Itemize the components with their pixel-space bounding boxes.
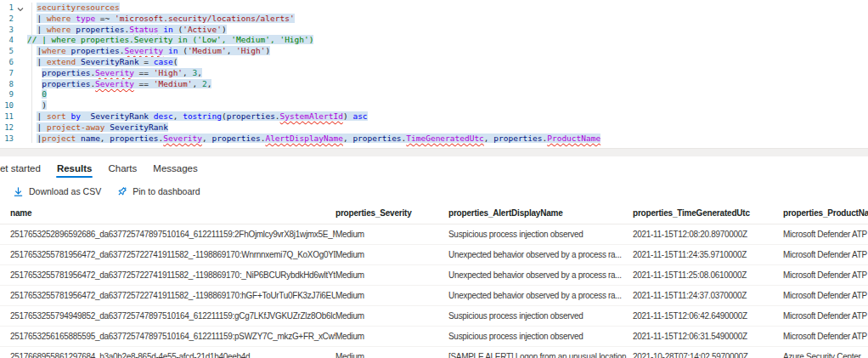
table-row[interactable]: 2517653255781956472_da637725722741911582… [0,245,868,265]
code-line[interactable]: 8 properties.Severity == 'Medium', 2, [0,79,868,90]
selection-highlight: | sort by SeverityRank desc, tostring(pr… [37,111,367,121]
results-table-header: nameproperties_Severityproperties_AlertD… [0,202,868,224]
selection-highlight: | where properties.Status in ('Active') [37,25,226,34]
table-cell: Medium [335,332,448,341]
code-token: == [134,68,154,77]
table-row[interactable]: 2517653255794949852_da637725747897510164… [0,306,868,327]
code-token: properties [493,134,542,143]
results-toolbar: Download as CSV Pin to dashboard [0,180,868,202]
table-row[interactable]: 2517653255781956472_da637725722741911582… [0,286,868,306]
column-header-properties_severity[interactable]: properties_Severity [335,208,448,218]
editor-results-splitter[interactable] [0,148,868,156]
code-token: desc [154,111,173,121]
tab-results[interactable]: Results [57,160,93,180]
code-token: , [484,134,493,143]
download-icon [13,186,24,197]
code-token: project-away [47,122,105,132]
table-row[interactable]: 2517653255781956472_da637725722741911582… [0,265,868,286]
column-header-properties_productname[interactable]: properties_ProductName [783,208,868,218]
table-cell: Unexpected behavior observed by a proces… [448,270,633,280]
line-number: 9 [0,89,14,100]
code-token: , [173,111,183,121]
code-line[interactable]: 5 |where properties.Severity in ('Medium… [0,46,868,57]
code-line[interactable]: 2 | where type =~ 'microsoft.security/lo… [0,14,868,25]
table-cell: 2517653255794949852_da637725747897510164… [0,311,335,321]
column-header-properties_alertdisplayname[interactable]: properties_AlertDisplayName [448,208,633,218]
table-cell: Unexpected behavior observed by a proces… [448,291,633,300]
code-token: ProductName [547,134,600,143]
line-number: 2 [0,14,14,25]
code-token: where [42,46,66,55]
selection-highlight: | project-away SeverityRank [37,122,167,132]
table-cell: Microsoft Defender ATP [783,332,868,341]
code-token: asc [352,111,367,121]
pin-to-dashboard-button[interactable]: Pin to dashboard [116,186,200,197]
code-line[interactable]: 10 ) [0,100,868,111]
code-indent [27,79,42,88]
column-header-name[interactable]: name [0,208,335,218]
code-line[interactable]: 6 | extend SeverityRank = case( [0,57,868,68]
tab-messages[interactable]: Messages [153,160,197,180]
selection-highlight: | where type =~ 'microsoft.security/loca… [37,14,294,23]
code-token: 'Medium' [154,79,193,88]
query-editor[interactable]: 1 securityresources2 | where type =~ 'mi… [0,0,868,148]
code-token [81,111,90,121]
tab-charts[interactable]: Charts [108,160,137,180]
code-text: // | where properties.Severity in ('Low'… [27,35,313,46]
results-table-body: 2517653252896592686_da637725747897510164… [0,224,868,358]
selection-highlight: securityresources [37,3,119,12]
code-token: =~ [95,14,115,23]
download-csv-button[interactable]: Download as CSV [13,186,101,197]
table-row[interactable]: 2517668955861297684_b3a0b2e8-865d-4e55-a… [0,347,868,358]
code-text: properties.Severity == 'Medium', 2, [27,79,211,90]
code-token: Severity [163,134,202,143]
column-header-properties_timegeneratedutc[interactable]: properties_TimeGeneratedUtc [633,208,783,218]
selection-highlight: // | where properties.Severity in ('Low'… [27,35,313,44]
fold-chevron-icon[interactable] [14,3,27,14]
code-text: | sort by SeverityRank desc, tostring(pr… [27,111,368,122]
code-line[interactable]: 11 | sort by SeverityRank desc, tostring… [0,111,868,122]
tab-get-started[interactable]: Get started [0,160,41,180]
table-cell: 2021-10-28T07:14:02.5970000Z [633,352,783,358]
table-row[interactable]: 2517653252896592686_da637725747897510164… [0,224,868,245]
table-row[interactable]: 2517653256165885595_da637725747897510164… [0,327,868,347]
code-line[interactable]: 4// | where properties.Severity in ('Low… [0,35,868,46]
code-token: , [197,68,202,77]
code-token: where [47,25,71,34]
code-token: 'Active' [183,25,222,34]
selection-highlight: 0 [42,89,47,99]
query-editor-lines: 1 securityresources2 | where type =~ 'mi… [0,3,868,144]
table-cell: 2021-11-15T12:06:42.6490000Z [633,311,783,321]
code-token: properties [76,25,124,34]
code-token: SeverityRank [90,111,149,121]
table-cell: Microsoft Defender ATP [783,291,868,300]
table-cell: Medium [335,230,448,239]
table-cell: Azure Security Center [783,352,868,358]
line-number: 7 [0,68,14,79]
code-line[interactable]: 12 | project-away SeverityRank [0,122,868,134]
selection-highlight: |where properties.Severity in ('Medium',… [37,46,270,55]
code-line[interactable]: 13 |project name, properties.Severity, p… [0,134,868,145]
code-token: // | where properties.Severity in ('Low'… [27,35,313,44]
table-cell: Medium [335,250,448,259]
table-cell: 2517653255781956472_da637725722741911582… [0,270,335,280]
selection-highlight: properties.Severity == 'Medium', 2, [42,79,211,88]
code-token: TimeGeneratedUtc [406,134,484,143]
line-number: 10 [0,100,14,111]
code-indent [27,57,37,66]
code-text: |project name, properties.Severity, prop… [27,134,600,145]
code-line[interactable]: 3 | where properties.Status in ('Active'… [0,25,868,36]
code-indent [27,25,37,34]
code-indent [27,122,37,132]
code-line[interactable]: 7 properties.Severity == 'High', 3, [0,68,868,79]
code-token: SeverityRank [110,122,168,132]
code-line[interactable]: 1 securityresources [0,3,868,14]
pin-to-dashboard-label: Pin to dashboard [132,186,200,196]
code-line[interactable]: 9 0 [0,89,868,100]
code-token: ( [173,57,178,66]
code-text: |where properties.Severity in ('Medium',… [27,46,270,57]
table-cell: Suspicious process injection observed [448,311,633,321]
code-text: | extend SeverityRank = case( [27,57,178,68]
code-indent [27,134,37,143]
code-token: by [71,111,81,121]
